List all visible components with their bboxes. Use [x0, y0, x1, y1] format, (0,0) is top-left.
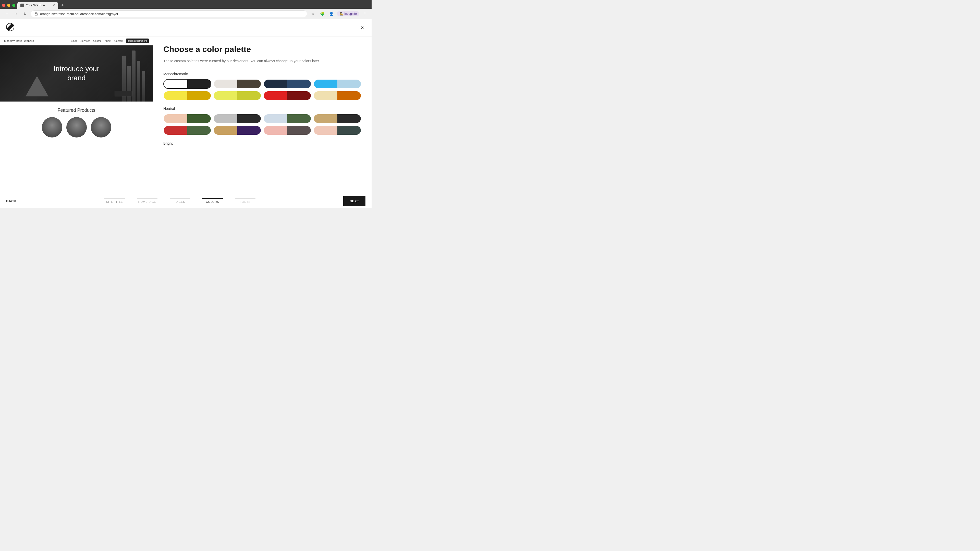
swatch-left	[214, 126, 237, 135]
swatch-left	[314, 79, 337, 88]
palette-swatch-neutral-4[interactable]	[313, 114, 361, 124]
step-label-fonts: FONTS	[240, 200, 251, 203]
swatch-left	[164, 91, 187, 100]
swatch-right	[237, 114, 261, 123]
url-bar[interactable]: orange-swordfish-rpzm.squarespace.com/co…	[30, 11, 307, 17]
swatch-right	[337, 79, 361, 88]
swatch-right	[187, 114, 211, 123]
hero-pyramid	[25, 76, 48, 97]
step-bar-fonts	[235, 198, 256, 199]
palette-swatch-neutral-2[interactable]	[213, 114, 261, 124]
nav-services: Services	[80, 40, 90, 42]
hero-text: Introduce your brand	[54, 64, 99, 83]
palette-swatch-mono-2[interactable]	[213, 79, 261, 89]
product-2	[66, 117, 87, 138]
monochromatic-section: Monochromatic	[163, 72, 361, 100]
browser-chrome: Your Site Title ✕ + ← → ↻ orange-swordfi…	[0, 0, 372, 19]
palette-swatch-neutral-8[interactable]	[313, 125, 361, 135]
tab-close-icon[interactable]: ✕	[52, 3, 55, 7]
hero-col-5	[142, 71, 145, 102]
win-max-btn[interactable]	[12, 4, 15, 7]
palette-swatch-mono-5[interactable]	[163, 91, 211, 100]
palette-swatch-neutral-6[interactable]	[213, 125, 261, 135]
win-min-btn[interactable]	[7, 4, 10, 7]
app-content: × Moodjoy Travel Website Shop Services C…	[0, 19, 372, 208]
bookmark-button[interactable]: ☆	[309, 10, 317, 17]
hero-col-3	[132, 51, 135, 102]
new-tab-button[interactable]: +	[59, 2, 65, 9]
palette-swatch-mono-4[interactable]	[313, 79, 361, 89]
profile-button[interactable]: 👤	[328, 10, 335, 17]
hero-box	[115, 91, 132, 97]
hero-headline: Introduce your brand	[54, 64, 99, 83]
site-nav-links: Shop Services Course About Contact Book …	[72, 38, 149, 43]
step-bar-homepage	[137, 198, 158, 199]
nav-cta: Book appointment	[126, 38, 149, 43]
step-homepage: HOMEPAGE	[131, 199, 164, 203]
step-label-site-title: SITE TITLE	[106, 200, 123, 203]
active-tab[interactable]: Your Site Title ✕	[18, 2, 58, 9]
nav-shop: Shop	[72, 40, 77, 42]
browser-actions: ☆ 🧩 👤 🕵️ Incognito ⋮	[309, 10, 369, 17]
swatch-right	[237, 126, 261, 135]
swatch-left	[164, 126, 187, 135]
palette-swatch-neutral-7[interactable]	[263, 125, 311, 135]
nav-about: About	[105, 40, 111, 42]
back-nav-button[interactable]: ←	[3, 10, 10, 17]
menu-button[interactable]: ⋮	[361, 10, 369, 17]
nav-course: Course	[94, 40, 102, 42]
url-text: orange-swordfish-rpzm.squarespace.com/co…	[40, 12, 304, 16]
bright-label: Bright	[163, 141, 361, 145]
progress-steps: SITE TITLE HOMEPAGE PAGES COLORS FONTS	[16, 199, 343, 203]
step-bar-pages	[170, 198, 190, 199]
top-bar: ×	[0, 19, 372, 37]
reload-button[interactable]: ↻	[21, 10, 29, 17]
palette-swatch-neutral-5[interactable]	[163, 125, 211, 135]
app-close-button[interactable]: ×	[358, 24, 366, 32]
palette-swatch-mono-7[interactable]	[263, 91, 311, 100]
swatch-left	[314, 91, 337, 100]
swatch-right	[237, 91, 261, 100]
hero-col-4	[137, 61, 140, 102]
panel-description: These custom palettes were curated by ou…	[163, 58, 361, 64]
swatch-right	[187, 79, 211, 88]
neutral-section: Neutral	[163, 106, 361, 135]
swatch-right	[187, 126, 211, 135]
svg-rect-0	[35, 14, 38, 15]
swatch-left	[264, 126, 287, 135]
next-button[interactable]: NEXT	[343, 196, 366, 206]
incognito-badge: 🕵️ Incognito	[337, 11, 360, 16]
palette-swatch-mono-8[interactable]	[313, 91, 361, 100]
monochromatic-grid	[163, 79, 361, 100]
step-label-homepage: HOMEPAGE	[138, 200, 156, 203]
win-close-btn[interactable]	[2, 4, 5, 7]
preview-products	[0, 117, 153, 143]
nav-contact: Contact	[115, 40, 123, 42]
palette-swatch-neutral-1[interactable]	[163, 114, 211, 124]
palette-swatch-neutral-3[interactable]	[263, 114, 311, 124]
preview-hero: Introduce your brand	[0, 45, 153, 102]
product-1	[42, 117, 62, 138]
swatch-right	[287, 114, 311, 123]
palette-swatch-mono-1[interactable]	[163, 79, 211, 89]
bright-section: Bright	[163, 141, 361, 145]
forward-nav-button[interactable]: →	[12, 10, 19, 17]
incognito-icon: 🕵️	[339, 12, 343, 16]
step-bar-colors	[202, 198, 223, 199]
extensions-button[interactable]: 🧩	[318, 10, 326, 17]
tab-title: Your Site Title	[26, 3, 51, 7]
swatch-left	[314, 114, 337, 123]
palette-swatch-mono-6[interactable]	[213, 91, 261, 100]
site-nav-title: Moodjoy Travel Website	[4, 39, 34, 42]
swatch-right	[287, 126, 311, 135]
back-button[interactable]: BACK	[6, 199, 16, 203]
swatch-left	[264, 114, 287, 123]
neutral-label: Neutral	[163, 106, 361, 111]
palette-swatch-mono-3[interactable]	[263, 79, 311, 89]
product-img-1	[42, 117, 62, 138]
browser-controls: ← → ↻ orange-swordfish-rpzm.squarespace.…	[0, 9, 372, 19]
swatch-right	[337, 91, 361, 100]
tab-bar: Your Site Title ✕ +	[0, 0, 372, 9]
swatch-left	[214, 79, 237, 88]
panel-title: Choose a color palette	[163, 44, 361, 54]
